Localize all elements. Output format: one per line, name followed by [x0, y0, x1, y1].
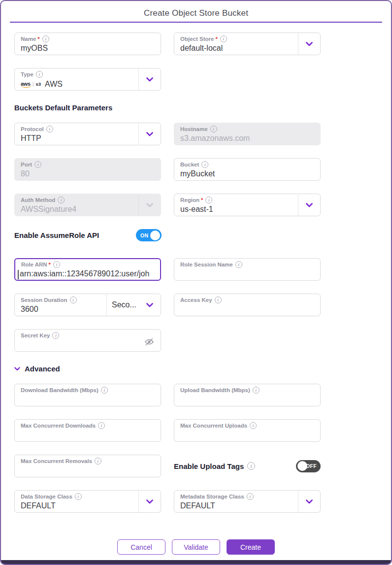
session-duration-label: Session Duration — [21, 297, 67, 303]
type-select[interactable]: Type aws | s3 AWS — [14, 68, 161, 91]
max-concurrent-uploads-field[interactable]: Max Concurrent Uploads — [174, 419, 321, 442]
protocol-select[interactable]: Protocol HTTP — [14, 123, 161, 145]
info-icon[interactable] — [98, 422, 105, 429]
row-removals-tags: Max Concurrent Removals Enable Upload Ta… — [14, 455, 378, 477]
info-icon[interactable] — [95, 458, 101, 465]
auth-method-select: Auth Method AWSSignature4 — [14, 194, 161, 216]
auth-method-chevron-box — [138, 194, 161, 216]
upload-bandwidth-input[interactable] — [180, 394, 314, 404]
protocol-value: HTTP — [21, 133, 136, 143]
info-icon[interactable] — [250, 422, 257, 429]
bucket-label: Bucket — [180, 162, 199, 168]
upload-tags-toggle[interactable]: OFF — [296, 460, 321, 472]
row-type: Type aws | s3 AWS — [14, 68, 378, 91]
info-icon[interactable] — [235, 261, 242, 268]
protocol-label-row: Protocol — [21, 126, 136, 133]
aws-logo-text: aws — [21, 81, 31, 87]
info-icon[interactable] — [201, 161, 208, 168]
secret-key-field[interactable]: Secret Key — [14, 329, 161, 352]
access-key-input[interactable] — [180, 304, 314, 314]
info-icon[interactable] — [42, 35, 49, 42]
info-icon[interactable] — [70, 297, 77, 303]
hostname-input — [180, 133, 314, 143]
region-chevron-box[interactable] — [298, 194, 320, 216]
max-concurrent-uploads-input[interactable] — [180, 430, 314, 440]
dialog-header: Create Object Store Bucket — [1, 1, 391, 23]
upload-bandwidth-label: Upload Bandwidth (Mbps) — [180, 387, 250, 394]
protocol-chevron-box[interactable] — [138, 123, 161, 145]
info-icon[interactable] — [215, 297, 222, 303]
window-bottom-edge — [1, 560, 391, 564]
region-label-row: Region* — [180, 197, 295, 203]
row-duration-accesskey: Session Duration Seco... Access Key — [14, 294, 378, 316]
info-icon[interactable] — [58, 197, 65, 203]
info-icon[interactable] — [52, 332, 59, 339]
info-icon[interactable] — [101, 387, 108, 394]
role-arn-input[interactable] — [20, 268, 156, 279]
info-icon[interactable] — [34, 161, 41, 168]
role-session-name-input[interactable] — [180, 268, 314, 279]
bucket-input[interactable] — [180, 168, 314, 179]
required-marker: * — [201, 197, 203, 203]
bucket-field[interactable]: Bucket — [174, 158, 321, 181]
data-storage-class-select[interactable]: Data Storage Class DEFAULT — [14, 490, 161, 513]
secret-key-label-row: Secret Key — [21, 332, 155, 339]
data-storage-class-label-row: Data Storage Class — [21, 493, 136, 500]
assume-role-toggle[interactable]: ON — [136, 229, 162, 241]
port-field: Port — [14, 158, 161, 181]
max-concurrent-downloads-field[interactable]: Max Concurrent Downloads — [14, 419, 161, 442]
advanced-section-toggle[interactable]: Advanced — [14, 365, 378, 373]
info-icon[interactable] — [53, 261, 60, 268]
download-bandwidth-field[interactable]: Download Bandwidth (Mbps) — [14, 384, 161, 406]
access-key-field[interactable]: Access Key — [174, 294, 321, 316]
type-label-row: Type — [21, 71, 136, 78]
info-icon[interactable] — [247, 462, 255, 470]
metadata-storage-class-label: Metadata Storage Class — [180, 494, 244, 500]
role-session-name-field[interactable]: Role Session Name — [174, 258, 321, 281]
hostname-label: Hostname — [180, 126, 208, 133]
region-select[interactable]: Region* us-east-1 — [174, 194, 321, 216]
create-button[interactable]: Create — [227, 539, 275, 555]
role-arn-field[interactable]: Role ARN* — [14, 258, 161, 281]
session-duration-chevron-box[interactable] — [139, 294, 161, 316]
info-icon[interactable] — [247, 493, 254, 500]
info-icon[interactable] — [253, 387, 260, 394]
upload-bandwidth-field[interactable]: Upload Bandwidth (Mbps) — [174, 384, 321, 406]
secret-key-input[interactable] — [21, 339, 134, 350]
upload-bandwidth-label-row: Upload Bandwidth (Mbps) — [180, 387, 314, 394]
info-icon[interactable] — [36, 71, 43, 78]
metadata-storage-class-chevron-box[interactable] — [298, 491, 320, 512]
info-icon[interactable] — [205, 197, 212, 203]
max-concurrent-removals-field[interactable]: Max Concurrent Removals — [14, 455, 161, 477]
name-input[interactable] — [21, 43, 155, 53]
info-icon[interactable] — [220, 35, 227, 42]
max-concurrent-removals-input[interactable] — [21, 465, 155, 475]
toggle-knob — [150, 231, 160, 240]
download-bandwidth-input[interactable] — [21, 394, 155, 404]
cancel-button[interactable]: Cancel — [117, 539, 165, 555]
session-duration-input[interactable] — [21, 304, 104, 314]
eye-slash-icon[interactable] — [144, 338, 155, 346]
data-storage-class-chevron-box[interactable] — [138, 491, 161, 512]
assume-role-label: Enable AssumeRole API — [14, 231, 99, 239]
object-store-label: Object Store — [180, 36, 214, 42]
object-store-chevron-box[interactable] — [298, 33, 320, 55]
auth-method-label-row: Auth Method — [21, 197, 136, 203]
chevron-down-icon — [306, 42, 313, 46]
port-label-row: Port — [21, 161, 155, 168]
object-store-select[interactable]: Object Store* default-local — [174, 33, 321, 55]
protocol-label: Protocol — [21, 126, 44, 133]
info-icon[interactable] — [210, 126, 217, 133]
toggle-state-text: ON — [140, 233, 148, 238]
info-icon[interactable] — [46, 126, 53, 133]
metadata-storage-class-select[interactable]: Metadata Storage Class DEFAULT — [174, 490, 321, 513]
max-concurrent-downloads-input[interactable] — [21, 430, 155, 440]
session-duration-field[interactable]: Session Duration Seco... — [14, 294, 161, 316]
name-field[interactable]: Name* — [14, 33, 161, 55]
info-icon[interactable] — [75, 493, 82, 500]
session-duration-unit[interactable]: Seco... — [106, 294, 139, 316]
type-chevron-box[interactable] — [138, 68, 161, 90]
chevron-down-icon — [146, 203, 153, 207]
row-rolearn-sessionname: Role ARN* Role Session Name — [14, 258, 378, 281]
validate-button[interactable]: Validate — [172, 539, 220, 555]
